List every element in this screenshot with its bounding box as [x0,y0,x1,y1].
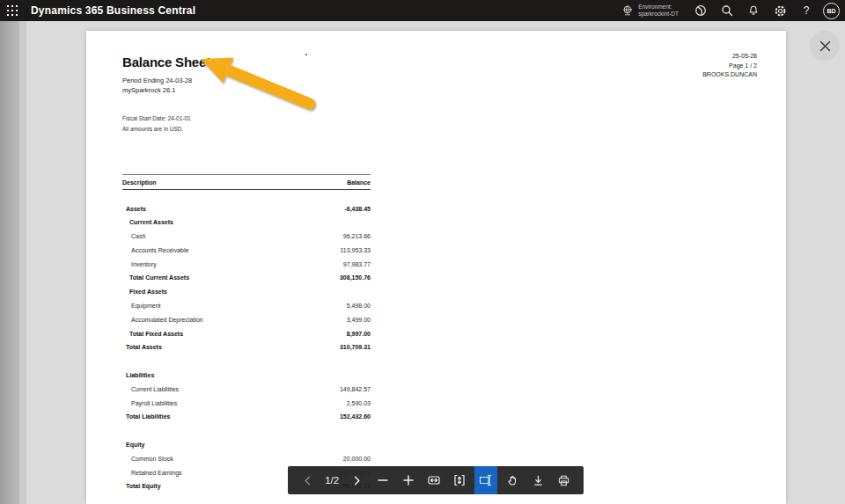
row-value: 113,953.33 [340,244,371,258]
row-value: 20,000.00 [343,452,371,466]
printer-icon [557,474,570,487]
period-ending: Period Ending 24-03-28 [122,76,192,85]
environment-globe-icon [621,4,634,17]
row-value: 96,213.66 [343,230,371,244]
environment-indicator[interactable]: Environment: sparkrockint-DT [621,4,679,18]
row-value: 2,590.03 [347,397,371,411]
balance-table-body: Assets-6,438.45Current AssetsCash96,213.… [122,190,371,493]
fiscal-start-date: Fiscal Start Date: 24-01-01 [122,113,191,124]
table-row: Current Liabilities149,842.57 [122,383,371,397]
row-label: Total Liabilities [122,410,170,424]
report-preview-page[interactable]: Balance Sheet Period Ending 24-03-28 myS… [86,31,786,504]
fit-width-button[interactable] [423,466,445,494]
fit-page-icon [452,473,467,487]
table-row: Fixed Assets [122,285,371,299]
row-label: Total Equity [122,479,161,493]
row-label: Total Fixed Assets [122,327,183,341]
app-title: Dynamics 365 Business Central [31,4,195,17]
table-row: Payroll Liabilities2,590.03 [122,397,371,411]
gear-icon [774,4,787,18]
close-preview-button[interactable] [810,31,840,61]
user-avatar[interactable]: BD [823,3,840,19]
row-label: Payroll Liabilities [122,397,177,411]
row-value: -6,438.45 [344,202,371,216]
table-row: Cash96,213.66 [122,230,371,244]
row-value: 310,709.31 [340,340,371,354]
row-value: 149,842.57 [340,383,371,397]
close-icon [819,40,832,53]
download-icon [532,474,545,487]
plus-icon [402,474,415,486]
fit-width-icon [427,473,441,487]
table-row: Equity [122,438,371,452]
row-label: Equity [122,438,144,452]
pdf-viewer-toolbar: 1/2 [288,466,584,494]
zoom-in-button[interactable] [398,466,419,494]
table-row: Inventory97,983.77 [122,258,371,272]
row-value: 97,983.77 [343,258,371,272]
currency-note: All amounts are in USD. [122,124,191,135]
report-print-info: 25-05-28 Page 1 / 2 BROOKS.DUNCAN [702,52,757,80]
page-edge-strip-light [19,21,26,504]
bell-icon [747,4,760,17]
copilot-button[interactable] [687,0,714,21]
pan-button[interactable] [503,466,524,494]
row-label: Common Stock [122,452,173,466]
prev-page-button[interactable] [297,466,318,494]
page-edge-strip [0,21,19,504]
page-indicator: 1/2 [322,475,342,486]
table-row: Total Current Assets308,150.76 [122,271,371,285]
text-selection-button[interactable] [474,466,497,494]
row-value: 8,997.00 [347,327,371,341]
row-label: Liabilities [122,369,154,383]
row-label: Current Assets [122,215,173,230]
next-page-button[interactable] [346,466,367,494]
row-label: Retained Earnings [122,466,182,480]
text-selection-icon [479,473,493,487]
zoom-out-button[interactable] [372,466,393,494]
print-button[interactable] [554,466,575,494]
table-row: Total Assets310,709.31 [122,340,371,354]
row-label: Accounts Receivable [122,244,188,258]
app-launcher-icon[interactable] [2,0,23,21]
table-row: Current Assets [122,215,371,230]
row-label: Assets [122,202,146,216]
row-value: 308,150.76 [340,271,371,285]
fit-page-button[interactable] [449,466,470,494]
copilot-icon [694,4,707,17]
notifications-button[interactable] [740,0,767,21]
print-date: 25-05-28 [702,52,757,62]
report-subheader: Period Ending 24-03-28 mySparkrock 26.1 [122,76,192,95]
table-row: Accounts Receivable113,953.33 [122,244,371,258]
chevron-right-icon [351,475,363,486]
top-nav-bar: Dynamics 365 Business Central Environmen… [0,0,845,21]
printed-by-user: BROOKS.DUNCAN [702,70,757,80]
row-label: Cash [122,230,145,244]
row-value: 152,432.60 [340,410,371,424]
settings-button[interactable] [767,0,793,21]
row-label: Equipment [122,299,160,313]
table-row: Common Stock20,000.00 [122,452,371,466]
company-name: mySparkrock 26.1 [122,85,192,95]
waffle-grid-icon [7,5,18,16]
balance-sheet-table: Description Balance Assets-6,438.45Curre… [122,174,371,493]
table-row: Total Fixed Assets8,997.00 [122,327,371,341]
search-button[interactable] [714,0,740,21]
download-button[interactable] [528,466,549,494]
table-header-row: Description Balance [122,174,371,190]
column-balance: Balance [347,179,371,186]
row-label: Inventory [122,258,157,272]
row-value: 3,499.00 [347,313,371,327]
environment-text: Environment: sparkrockint-DT [638,4,679,18]
report-title: Balance Sheet [122,55,210,69]
row-label: Total Assets [122,340,162,354]
row-label: Total Current Assets [122,271,189,285]
table-row: Assets-6,438.45 [122,202,371,216]
help-button[interactable]: ? [793,0,819,21]
chevron-left-icon [302,475,313,486]
table-row: Equipment5,498.00 [122,299,371,313]
hand-icon [506,474,519,487]
row-value: 5,498.00 [347,299,371,313]
row-label: Accumulated Depreciation [122,313,203,327]
minus-icon [377,474,389,486]
